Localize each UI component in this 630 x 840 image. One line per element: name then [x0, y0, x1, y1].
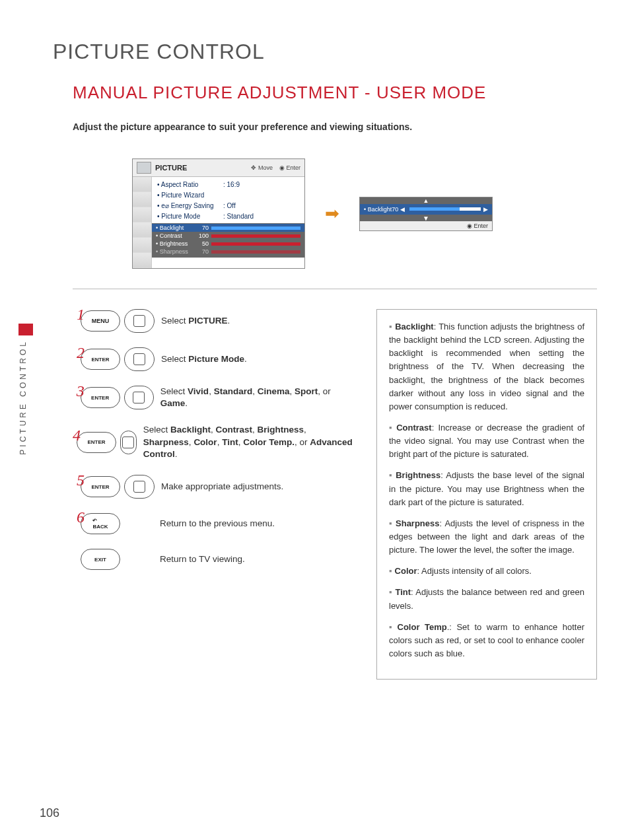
remote-enter-button: ENTER [77, 432, 116, 453]
step-number: 5 [73, 472, 85, 489]
osd-hint-move: ✥ Move [251, 164, 273, 171]
side-tab-label: PICTURE CONTROL [18, 339, 28, 455]
step-text: Select Picture Mode. [161, 353, 247, 365]
tv-icon [137, 162, 151, 174]
info-panel: ▪Backlight: This function adjusts the br… [376, 309, 597, 680]
remote-enter-button: ENTER [81, 387, 120, 408]
osd-item: • Aspect Ratio: 16:9 [157, 181, 302, 188]
remote-dpad-icon [124, 386, 154, 409]
remote-dpad-icon [124, 309, 155, 333]
remote-menu-button: MENU [81, 310, 120, 332]
section-title: PICTURE CONTROL [53, 40, 597, 64]
osd-item: • e⌀ Energy Saving: Off [157, 202, 302, 209]
step: 2 ENTER Select Picture Mode. [73, 347, 357, 371]
step-text: Select PICTURE. [161, 315, 230, 327]
osd-category-icons [133, 177, 152, 268]
remote-dpad-icon [120, 431, 137, 454]
remote-dpad-icon [124, 347, 155, 371]
remote-exit-button: EXIT [81, 549, 120, 570]
step: 6 ↶BACK Return to the previous menu. [73, 513, 357, 534]
step: 3 ENTER Select Vivid, Standard, Cinema, … [73, 386, 357, 409]
osd-picture-menu: PICTURE ✥ Move ◉ Enter • Aspect Ratio: 1… [132, 158, 305, 269]
step-text: Make appropriate adjustments. [161, 481, 283, 493]
step-text: Return to the previous menu. [160, 518, 275, 530]
osd2-value: 70 [392, 206, 398, 213]
page-number: 106 [40, 806, 59, 820]
remote-enter-button: ENTER [81, 476, 120, 497]
steps-list: 1 MENU Select PICTURE. 2 ENTER Select Pi… [73, 309, 357, 680]
step-text: Select Backlight, Contrast, Brightness, … [143, 424, 357, 460]
step: EXIT Return to TV viewing. [73, 549, 357, 570]
step-number: 4 [73, 427, 81, 444]
remote-enter-button: ENTER [81, 349, 120, 370]
osd-backlight-slider: ▲ • Backlight 70 ◀ ▶ ▼ ◉ Enter [359, 197, 493, 231]
step-text: Select Vivid, Standard, Cinema, Sport, o… [160, 386, 357, 409]
step-number: 2 [73, 344, 85, 362]
step: 5 ENTER Make appropriate adjustments. [73, 475, 357, 499]
step: 1 MENU Select PICTURE. [73, 309, 357, 333]
side-tab-marker [18, 324, 33, 335]
osd-item: • Picture Wizard [157, 192, 302, 199]
osd-title: PICTURE [155, 164, 187, 172]
divider [73, 289, 597, 289]
side-tab: PICTURE CONTROL [18, 324, 33, 469]
step-number: 6 [73, 508, 85, 526]
remote-back-button: ↶BACK [81, 513, 120, 534]
osd-illustration: PICTURE ✥ Move ◉ Enter • Aspect Ratio: 1… [132, 158, 597, 269]
osd-hint-enter: ◉ Enter [279, 164, 300, 171]
step-number: 3 [73, 382, 85, 400]
step-text: Return to TV viewing. [160, 553, 245, 565]
osd-sub-settings: • Backlight70 • Contrast100 • Brightness… [152, 223, 304, 258]
remote-dpad-icon [124, 475, 155, 499]
intro-text: Adjust the picture appearance to suit yo… [73, 122, 597, 132]
page-title: MANUAL PICTURE ADJUSTMENT - USER MODE [73, 83, 597, 103]
step: 4 ENTER Select Backlight, Contrast, Brig… [73, 424, 357, 460]
osd-item: • Picture Mode: Standard [157, 213, 302, 220]
arrow-right-icon: ➡ [325, 203, 339, 224]
step-number: 1 [73, 306, 85, 324]
osd2-label: • Backlight [364, 206, 392, 213]
